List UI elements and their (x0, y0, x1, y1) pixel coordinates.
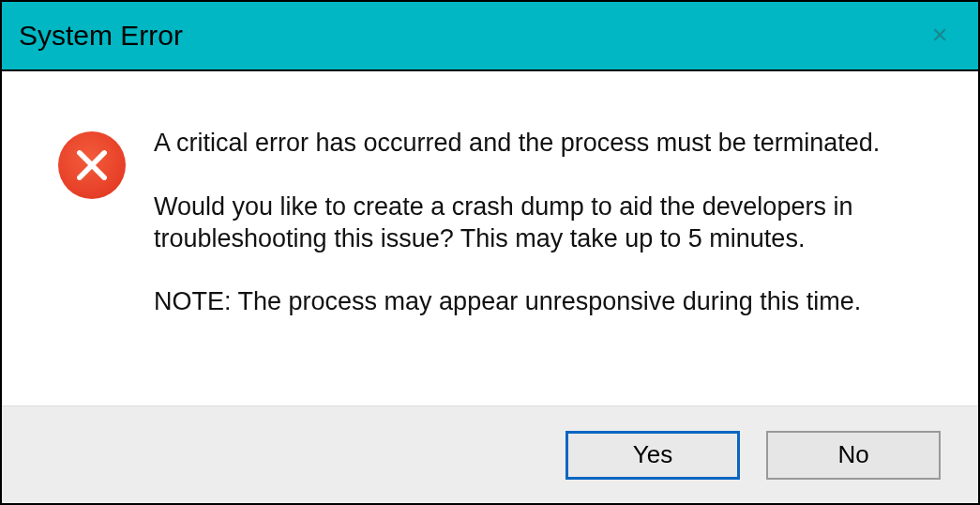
message-line-2: Would you like to create a crash dump to… (154, 191, 922, 255)
error-icon-wrap (58, 131, 126, 199)
dialog-content: A critical error has occurred and the pr… (2, 71, 978, 406)
error-icon (58, 131, 126, 199)
titlebar: System Error ✕ (2, 2, 978, 71)
window-title: System Error (19, 20, 183, 52)
message-line-3: NOTE: The process may appear unresponsiv… (154, 286, 922, 318)
button-bar: Yes No (2, 406, 978, 503)
message-line-1: A critical error has occurred and the pr… (154, 128, 922, 160)
no-button[interactable]: No (766, 431, 941, 480)
close-icon[interactable]: ✕ (918, 16, 961, 55)
yes-button[interactable]: Yes (565, 431, 740, 480)
message-text: A critical error has occurred and the pr… (154, 128, 922, 318)
